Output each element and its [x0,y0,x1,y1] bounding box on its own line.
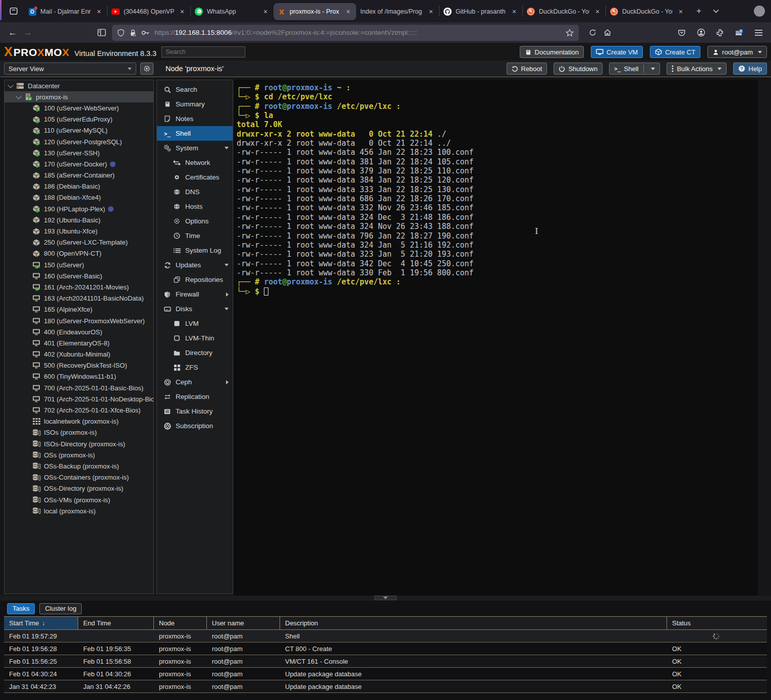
shutdown-button[interactable]: Shutdown [554,63,602,75]
tree-item[interactable]: 160 (uServer-Basic) [5,270,153,281]
tree-expand-chevron-icon[interactable] [8,82,13,88]
new-tab-button[interactable]: + [692,4,706,18]
tree-item[interactable]: OSs-VMs (proxmox-is) [5,494,153,505]
view-selector[interactable]: Server View [4,63,136,75]
tree-item[interactable]: localnetwork (proxmox-is) [5,416,153,427]
tree-item[interactable]: 400 (EndeavourOS) [5,326,153,337]
help-button[interactable]: ? Help [733,63,767,75]
tree-item[interactable]: OSs (proxmox-is) [5,449,153,460]
menu-item-hosts[interactable]: Hosts [157,199,233,214]
column-header-user-name[interactable]: User name [207,617,280,629]
tree-item[interactable]: 401 (ElementaryOS-8) [5,337,153,348]
menu-item-task-history[interactable]: Task History [157,404,233,419]
browser-profile-avatar[interactable] [754,6,765,17]
menu-item-directory[interactable]: Directory [157,345,233,360]
tree-item[interactable]: 163 (Arch20241101-BasicNoData) [5,293,153,304]
column-header-description[interactable]: Description [280,617,667,629]
back-icon[interactable]: ← [5,25,20,40]
tree-item[interactable]: 161 (Arch-20241201-Movies) [5,281,153,293]
tree-item[interactable]: Datacenter [5,80,153,91]
task-row[interactable]: Feb 01 19:57:29proxmox-isroot@pamShell [4,630,767,643]
menu-item-lvm-thin[interactable]: LVM-Thin [157,331,233,345]
documentation-button[interactable]: Documentation [520,46,584,58]
extensions-icon[interactable] [712,25,728,40]
url-text[interactable]: https://192.168.1.15:8006/#v1:0:=node%2F… [154,29,562,36]
tab-close-icon[interactable]: × [261,8,269,16]
user-menu-button[interactable]: root@pam [707,46,767,58]
shield-icon[interactable] [117,29,125,37]
column-header-status[interactable]: Status [667,617,767,629]
url-bar[interactable]: https://192.168.1.15:8006/#v1:0:=node%2F… [112,25,579,41]
tree-item[interactable]: 700 (Arch-2025-01-01-Basic-Bios) [5,382,153,393]
tab-list-icon[interactable] [6,4,21,19]
tree-item[interactable]: 120 (uServer-PostgreSQL) [5,136,153,147]
tree-item[interactable]: 105 (uServerEduProxy) [5,114,153,125]
tab-close-icon[interactable]: × [178,8,186,16]
column-header-start-time[interactable]: Start Time↓ [4,617,78,629]
tree-item[interactable]: 702 (Arch-2025-01-01-Xfce-Bios) [5,404,153,416]
browser-tab[interactable]: Index of /Images/Prog× [356,3,439,20]
menu-item-certificates[interactable]: Certificates [157,170,233,185]
key-icon[interactable] [141,30,150,36]
lock-warning-icon[interactable] [129,29,137,37]
column-header-end-time[interactable]: End Time [78,617,154,629]
menu-item-options[interactable]: Options [157,214,233,228]
menu-item-summary[interactable]: Summary [157,97,233,111]
task-row[interactable]: Feb 01 04:30:24Feb 01 04:30:26proxmox-is… [4,668,767,680]
menu-item-network[interactable]: Network [157,155,233,170]
bookmark-star-icon[interactable] [566,29,574,37]
tree-expand-chevron-icon[interactable] [16,93,21,99]
tree-item[interactable]: 100 (uServer-WebServer) [5,102,153,113]
tree-item[interactable]: 250 (uServer-LXC-Template) [5,237,153,248]
menu-item-search[interactable]: Search [157,82,233,97]
list-all-tabs-icon[interactable] [709,4,723,18]
browser-tab[interactable]: WhatsApp× [191,3,273,20]
shell-terminal[interactable]: ┌── # root@proxmox-is ~ :└─▷ $ cd /etc/p… [234,80,758,596]
menu-item-ceph[interactable]: Ceph [157,375,233,389]
tree-item[interactable]: proxmox-is [5,91,153,102]
tree-item[interactable]: 500 (RecoveryDiskTest-ISO) [5,360,153,371]
menu-item-firewall[interactable]: Firewall [157,287,233,302]
tree-item[interactable]: 188 (Debian-Xfce4) [5,192,153,203]
browser-tab[interactable]: GitHub - prasanth× [439,3,522,20]
tree-item[interactable]: 800 (OpenVPN-CT) [5,248,153,259]
tab-close-icon[interactable]: × [427,8,435,16]
tab-tasks[interactable]: Tasks [7,603,35,614]
panel-splitter[interactable] [0,596,771,601]
menu-item-system[interactable]: System [157,141,233,155]
tree-item[interactable]: 186 (Debian-Basic) [5,181,153,192]
tree-item[interactable]: 185 (aServer-Container) [5,170,153,181]
reload-icon[interactable] [585,25,600,40]
global-search-input[interactable] [161,46,245,57]
tree-item[interactable]: OSs-Directory (proxmox-is) [5,483,153,494]
account-icon[interactable] [693,25,708,40]
create-vm-button[interactable]: Create VM [591,46,643,58]
task-row[interactable]: Feb 01 19:56:28Feb 01 19:56:35proxmox-is… [4,643,767,655]
menu-item-notes[interactable]: Notes [157,111,233,126]
reboot-button[interactable]: Reboot [507,63,547,75]
menu-item-disks[interactable]: Disks [157,302,233,316]
tab-close-icon[interactable]: × [95,8,103,16]
browser-tab[interactable]: OMail - Djalmar Enri× [24,3,107,20]
browser-tab[interactable]: (304468) OpenVP× [107,3,190,20]
tree-item[interactable]: 110 (uServer-MySQL) [5,125,153,136]
tree-item[interactable]: 170 (uServer-Docker) [5,158,153,169]
tree-item[interactable]: 701 (Arch-2025-01-01-NoDesktop-Bios [5,393,153,404]
view-settings-gear-icon[interactable] [140,63,153,75]
menu-hamburger-icon[interactable] [751,25,766,40]
tab-cluster-log[interactable]: Cluster log [39,603,82,614]
tab-close-icon[interactable]: × [593,8,601,16]
tree-item[interactable]: 150 (uServer) [5,259,153,270]
browser-tab[interactable]: Xproxmox-is - Prox× [273,3,356,20]
column-header-node[interactable]: Node [154,617,207,629]
forward-icon[interactable]: → [20,25,35,40]
menu-item-replication[interactable]: Replication [157,389,233,404]
tree-item[interactable]: 165 (AlpineXfce) [5,304,153,315]
tab-close-icon[interactable]: × [510,8,518,16]
menu-item-subscription[interactable]: Subscription [157,419,233,433]
tree-item[interactable]: 130 (uServer-SSH) [5,147,153,158]
menu-item-lvm[interactable]: LVM [157,316,233,331]
tree-item[interactable]: OSs-Backup (proxmox-is) [5,460,153,472]
menu-item-time[interactable]: Time [157,228,233,243]
browser-tab[interactable]: DuckDuckGo - You× [606,3,689,20]
